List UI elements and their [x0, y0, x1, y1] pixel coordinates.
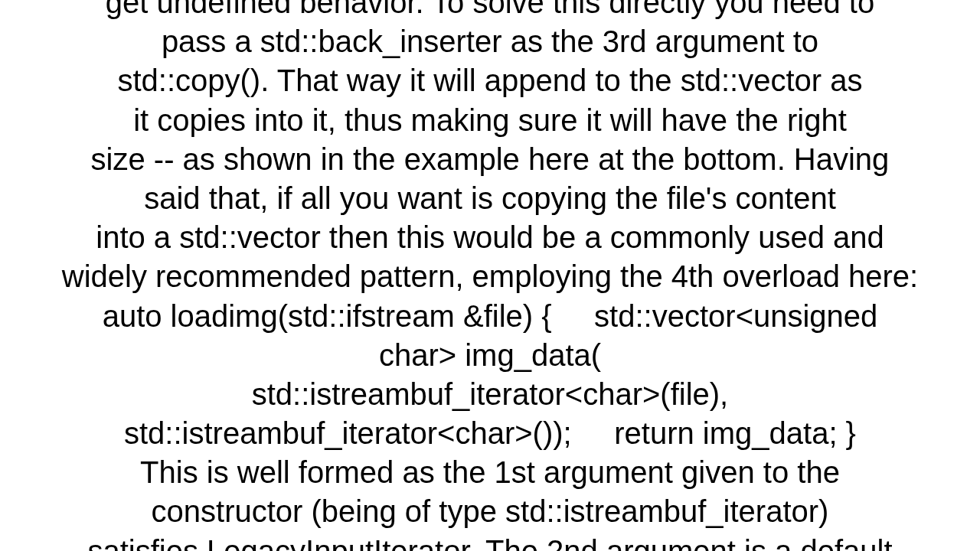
text-line: get undefined behavior. To solve this di…	[106, 0, 874, 22]
text-line: char> img_data(	[379, 336, 601, 375]
text-line: std::copy(). That way it will append to …	[117, 61, 862, 100]
text-line: std::istreambuf_iterator<char>(file),	[252, 375, 728, 414]
text-line: std::istreambuf_iterator<char>()); retur…	[124, 414, 856, 453]
text-line: said that, if all you want is copying th…	[144, 179, 836, 218]
text-line: This is well formed as the 1st argument …	[140, 453, 840, 492]
text-line: it copies into it, thus making sure it w…	[133, 101, 847, 140]
text-line: into a std::vector then this would be a …	[96, 218, 884, 257]
text-line: auto loadimg(std::ifstream &file) { std:…	[103, 297, 878, 336]
text-line: satisfies LegacyInputIterator. The 2nd a…	[87, 532, 892, 551]
document-text-block: get undefined behavior. To solve this di…	[0, 0, 980, 551]
text-line: size -- as shown in the example here at …	[91, 140, 890, 179]
text-line: pass a std::back_inserter as the 3rd arg…	[162, 22, 818, 61]
text-line: constructor (being of type std::istreamb…	[152, 492, 829, 531]
text-line: widely recommended pattern, employing th…	[62, 257, 918, 296]
